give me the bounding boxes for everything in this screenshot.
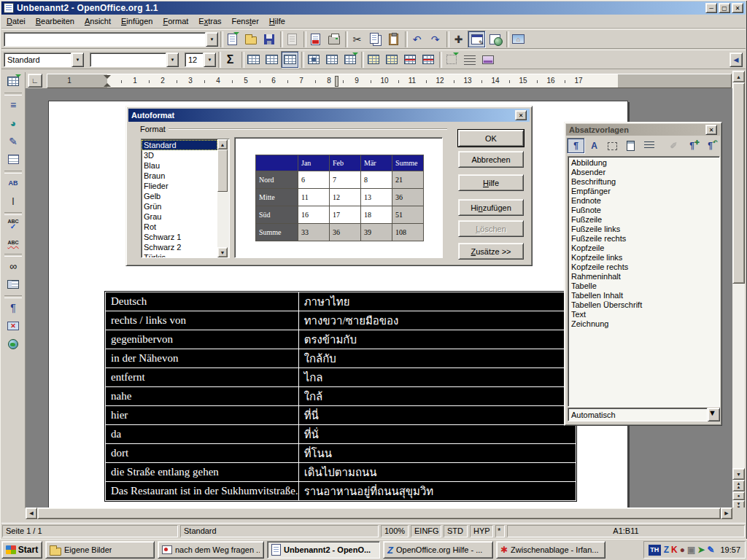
table-cell[interactable]: entfernt bbox=[106, 368, 299, 387]
insert-row-icon[interactable] bbox=[364, 51, 382, 69]
previous-page-icon[interactable]: ▲▲ bbox=[732, 480, 745, 491]
autotext-icon[interactable]: AB bbox=[4, 174, 23, 192]
insert-object-icon[interactable]: ◕ bbox=[4, 114, 23, 132]
format-option[interactable]: Standard bbox=[142, 140, 217, 150]
usb-eject-icon[interactable]: ➤ bbox=[697, 545, 705, 554]
ooo-quickstart-icon[interactable]: Z bbox=[664, 545, 669, 554]
table-row[interactable]: Deutschภาษาไทย bbox=[106, 292, 576, 311]
page-styles-icon[interactable] bbox=[622, 138, 640, 154]
style-item[interactable]: Fußzeile rechts bbox=[568, 234, 719, 244]
sum-icon[interactable]: Σ bbox=[221, 51, 239, 69]
new-style-from-selection-icon[interactable]: ¶✚ bbox=[683, 138, 701, 154]
table-row[interactable]: die Straße entlang gehenเดินไปตามถนน bbox=[106, 463, 576, 482]
vertical-scroll-thumb[interactable] bbox=[732, 82, 745, 284]
table-cell[interactable]: die Straße entlang gehen bbox=[106, 463, 299, 482]
add-button[interactable]: Hinzufügen bbox=[458, 199, 524, 216]
style-filter-value[interactable]: Automatisch bbox=[568, 408, 708, 421]
format-list-scrollbar[interactable]: ▲ ▼ bbox=[217, 139, 229, 257]
gallery-icon[interactable]: ⌂ bbox=[509, 31, 527, 48]
font-size-combobox[interactable]: 12 ▼ bbox=[185, 52, 216, 67]
style-item[interactable]: Absender bbox=[568, 168, 719, 177]
copy-icon[interactable] bbox=[366, 31, 384, 48]
spellcheck-icon[interactable]: ABC✓ bbox=[4, 215, 23, 233]
more-button[interactable]: Zusätze >> bbox=[458, 243, 524, 260]
numbering-styles-icon[interactable] bbox=[640, 138, 658, 154]
menu-item-ansicht[interactable]: Ansicht bbox=[80, 15, 116, 27]
format-option[interactable]: 3D bbox=[142, 150, 217, 160]
format-scroll-down-icon[interactable]: ▼ bbox=[217, 247, 228, 257]
url-dropdown-icon[interactable]: ▼ bbox=[206, 32, 218, 47]
font-dropdown-icon[interactable]: ▼ bbox=[166, 52, 179, 67]
stylist-title-bar[interactable]: Absatzvorlagen ✕ bbox=[566, 124, 720, 136]
edit-file-icon[interactable] bbox=[283, 31, 301, 48]
table-cell[interactable]: ใกล้ bbox=[298, 387, 576, 406]
undo-icon[interactable]: ↶ bbox=[408, 31, 426, 48]
new-document-icon[interactable] bbox=[223, 31, 241, 48]
tab-type-selector[interactable]: ∟ bbox=[28, 74, 42, 88]
insert-fields-icon[interactable]: ≡ bbox=[4, 96, 23, 114]
task-button[interactable]: ZOpenOffice.org Hilfe - ... bbox=[383, 541, 493, 559]
format-option[interactable]: Türkis bbox=[142, 252, 217, 257]
format-option[interactable]: Schwarz 1 bbox=[142, 232, 217, 242]
style-item[interactable]: Tabellen Überschrift bbox=[568, 300, 719, 310]
delete-row-icon[interactable] bbox=[400, 51, 419, 69]
font-size-value[interactable]: 12 bbox=[185, 52, 204, 67]
language-indicator[interactable]: TH bbox=[649, 545, 661, 556]
maximize-button[interactable]: ▢ bbox=[719, 3, 730, 13]
format-option[interactable]: Schwarz 2 bbox=[142, 242, 217, 252]
scroll-up-icon[interactable]: ▲ bbox=[732, 71, 745, 82]
hyperlink-icon[interactable] bbox=[486, 31, 504, 48]
print-icon[interactable] bbox=[325, 31, 343, 48]
table-cell[interactable]: ตรงข้ามกับ bbox=[298, 330, 576, 349]
style-item[interactable]: Tabelle bbox=[568, 281, 719, 291]
fill-format-mode-icon[interactable]: ✐ bbox=[665, 138, 683, 154]
minimize-button[interactable]: ─ bbox=[705, 3, 717, 13]
table-cell[interactable]: ที่โนน bbox=[298, 444, 576, 463]
frame-border-icon[interactable] bbox=[442, 51, 460, 69]
style-list[interactable]: AbbildungAbsenderBeschriftungEmpfängerEn… bbox=[568, 156, 720, 407]
dialog-title-bar[interactable]: Autoformat ✕ bbox=[128, 109, 530, 122]
help-button[interactable]: Hilfe bbox=[458, 174, 524, 191]
save-icon[interactable] bbox=[260, 31, 278, 48]
style-item[interactable]: Kopfzeile links bbox=[568, 253, 719, 262]
table-row[interactable]: daที่นั่ bbox=[106, 425, 576, 444]
format-option[interactable]: Grau bbox=[142, 211, 217, 222]
direct-cursor-icon[interactable]: I bbox=[4, 192, 23, 210]
merge-cells-icon[interactable] bbox=[244, 51, 263, 69]
auto-spellcheck-icon[interactable]: ABC bbox=[4, 233, 23, 252]
table-row[interactable]: hierที่นี่ bbox=[106, 406, 576, 425]
table-cell[interactable]: ไกล bbox=[298, 368, 576, 387]
style-item[interactable]: Zeichnung bbox=[568, 319, 719, 329]
format-option[interactable]: Braun bbox=[142, 171, 217, 181]
status-page-style[interactable]: Standard bbox=[180, 525, 379, 537]
status-hyperlink-mode[interactable]: HYP bbox=[470, 525, 493, 537]
cut-icon[interactable]: ✂ bbox=[348, 31, 366, 48]
task-button[interactable]: Unbenannt2 - OpenO... bbox=[267, 541, 380, 559]
pen-tablet-icon[interactable]: ✎ bbox=[707, 545, 714, 554]
style-item[interactable]: Fußzeile links bbox=[568, 225, 719, 234]
paste-icon[interactable] bbox=[384, 31, 403, 48]
stylist-icon[interactable] bbox=[468, 31, 486, 48]
vertical-scrollbar[interactable]: ▲ ▼ ▲▲ ● ▼▼ bbox=[732, 71, 745, 519]
font-combobox[interactable]: ▼ bbox=[90, 52, 179, 67]
style-filter-dropdown-icon[interactable]: ▼ bbox=[708, 408, 720, 421]
font-value[interactable] bbox=[90, 52, 166, 67]
style-filter-combobox[interactable]: Automatisch ▼ bbox=[568, 408, 720, 421]
draw-functions-icon[interactable]: ✎ bbox=[4, 132, 23, 150]
horizontal-scroll-thumb[interactable] bbox=[37, 508, 721, 519]
format-option[interactable]: Rot bbox=[142, 222, 217, 232]
task-button[interactable]: nach dem Weg fragen ... bbox=[158, 541, 264, 559]
style-item[interactable]: Kopfzeile bbox=[568, 244, 719, 253]
table-row[interactable]: gegenübervonตรงข้ามกับ bbox=[106, 330, 576, 349]
menu-item-datei[interactable]: Datei bbox=[1, 15, 31, 27]
scroll-left-icon[interactable]: ◀ bbox=[26, 508, 37, 519]
menu-item-format[interactable]: Format bbox=[158, 15, 193, 27]
table-column-marker[interactable] bbox=[335, 76, 338, 87]
style-item[interactable]: Abbildung bbox=[568, 158, 719, 168]
style-item[interactable]: Endnote bbox=[568, 196, 719, 206]
table-row[interactable]: in der Nähevonใกล้กับ bbox=[106, 349, 576, 368]
task-button[interactable]: Eigene Bilder bbox=[45, 541, 155, 559]
borders-icon[interactable] bbox=[304, 51, 322, 69]
navigation-icon[interactable]: ● bbox=[732, 491, 745, 500]
table-cell[interactable]: rechts / links von bbox=[106, 311, 299, 330]
